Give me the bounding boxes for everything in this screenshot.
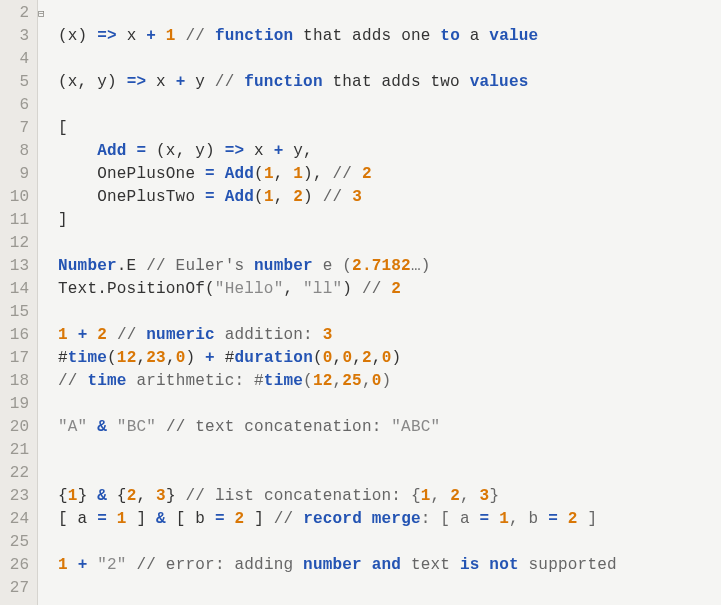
code-line[interactable]	[58, 301, 721, 324]
line-number: 21	[0, 439, 29, 462]
line-number: 15	[0, 301, 29, 324]
code-line[interactable]: 1 + 2 // numeric addition: 3	[58, 324, 721, 347]
code-line[interactable]: {1} & {2, 3} // list concatenation: {1, …	[58, 485, 721, 508]
code-token: Text.PositionOf(	[58, 280, 215, 298]
code-token: 2	[362, 165, 372, 183]
code-token	[362, 556, 372, 574]
code-token: 1	[499, 510, 509, 528]
code-line[interactable]: ]	[58, 209, 721, 232]
code-token: 12	[117, 349, 137, 367]
code-token: [	[58, 119, 68, 137]
code-token: &	[156, 510, 166, 528]
code-token: (	[254, 165, 264, 183]
line-number: 3	[0, 25, 29, 48]
code-token: time	[87, 372, 126, 390]
code-token: function	[244, 73, 322, 91]
code-token: that adds one	[293, 27, 440, 45]
line-number-gutter: 2345678910111213141516171819202122232425…	[0, 0, 38, 605]
fold-toggle-icon[interactable]: ⊟	[38, 3, 45, 26]
code-token: 3	[323, 326, 333, 344]
code-token: #	[58, 349, 68, 367]
code-line[interactable]	[58, 462, 721, 485]
code-line[interactable]: // time arithmetic: #time(12,25,0)	[58, 370, 721, 393]
code-token	[127, 556, 137, 574]
code-line[interactable]	[58, 531, 721, 554]
code-line[interactable]: Add = (x, y) => x + y,	[58, 140, 721, 163]
code-line[interactable]: Text.PositionOf("Hello", "ll") // 2	[58, 278, 721, 301]
code-token: 23	[146, 349, 166, 367]
code-token: 2	[450, 487, 460, 505]
code-line[interactable]	[58, 577, 721, 600]
line-number: 9	[0, 163, 29, 186]
code-token: )	[342, 280, 362, 298]
code-token: //	[215, 73, 244, 91]
code-token: ,	[283, 280, 303, 298]
code-token: "Hello"	[215, 280, 284, 298]
code-line[interactable]	[58, 393, 721, 416]
code-line[interactable]: [	[58, 117, 721, 140]
code-token: number	[254, 257, 313, 275]
code-line[interactable]	[58, 2, 721, 25]
code-line[interactable]: 1 + "2" // error: adding number and text…	[58, 554, 721, 577]
code-token: // Euler's	[146, 257, 254, 275]
code-token: //	[362, 280, 391, 298]
code-line[interactable]: Number.E // Euler's number e (2.7182…)	[58, 255, 721, 278]
code-token: to	[440, 27, 460, 45]
code-token: 1	[166, 27, 176, 45]
code-line[interactable]: OnePlusOne = Add(1, 1), // 2	[58, 163, 721, 186]
code-token: arithmetic: #	[127, 372, 264, 390]
code-token: ,	[372, 349, 382, 367]
code-token: "A"	[58, 418, 87, 436]
code-line[interactable]: (x, y) => x + y // function that adds tw…	[58, 71, 721, 94]
code-line[interactable]	[58, 439, 721, 462]
code-token: +	[78, 326, 88, 344]
code-token: 0	[176, 349, 186, 367]
code-token: +	[146, 27, 156, 45]
code-token: 2	[362, 349, 372, 367]
code-token: [ b	[166, 510, 215, 528]
code-token: =>	[225, 142, 245, 160]
code-token: x	[244, 142, 273, 160]
line-number: 6	[0, 94, 29, 117]
code-token	[489, 510, 499, 528]
code-line[interactable]: #time(12,23,0) + #duration(0,0,2,0)	[58, 347, 721, 370]
code-token: &	[97, 487, 107, 505]
code-token: (x, y)	[146, 142, 224, 160]
line-number: 11	[0, 209, 29, 232]
code-token: addition:	[215, 326, 323, 344]
code-token: 3	[480, 487, 490, 505]
code-line[interactable]: [ a = 1 ] & [ b = 2 ] // record merge: […	[58, 508, 721, 531]
code-line[interactable]: (x) => x + 1 // function that adds one t…	[58, 25, 721, 48]
code-token: )	[382, 372, 392, 390]
code-token: 1	[117, 510, 127, 528]
code-token: ,	[460, 487, 480, 505]
code-token: "2"	[97, 556, 126, 574]
code-token: ),	[303, 165, 332, 183]
code-token	[58, 142, 97, 160]
code-token: =	[205, 165, 215, 183]
code-token: 1	[68, 487, 78, 505]
code-token: time	[68, 349, 107, 367]
code-token: 0	[382, 349, 392, 367]
code-token: &	[97, 418, 107, 436]
code-token: Add	[225, 165, 254, 183]
code-token: that adds two	[323, 73, 470, 91]
code-token: {	[58, 487, 68, 505]
code-area[interactable]: (x) => x + 1 // function that adds one t…	[52, 0, 721, 605]
code-line[interactable]: OnePlusTwo = Add(1, 2) // 3	[58, 186, 721, 209]
code-token: 1	[58, 556, 68, 574]
code-token: number	[303, 556, 362, 574]
code-line[interactable]: "A" & "BC" // text concatenation: "ABC"	[58, 416, 721, 439]
code-token: ]	[244, 510, 273, 528]
code-token: y	[185, 73, 214, 91]
code-token: e (	[313, 257, 352, 275]
code-line[interactable]	[58, 94, 721, 117]
code-token: =	[205, 188, 215, 206]
code-token: ]	[127, 510, 156, 528]
code-line[interactable]	[58, 48, 721, 71]
code-token: 0	[323, 349, 333, 367]
code-token: // error: adding	[136, 556, 303, 574]
code-token: OnePlusTwo	[58, 188, 205, 206]
code-line[interactable]	[58, 232, 721, 255]
code-token: ,	[333, 349, 343, 367]
